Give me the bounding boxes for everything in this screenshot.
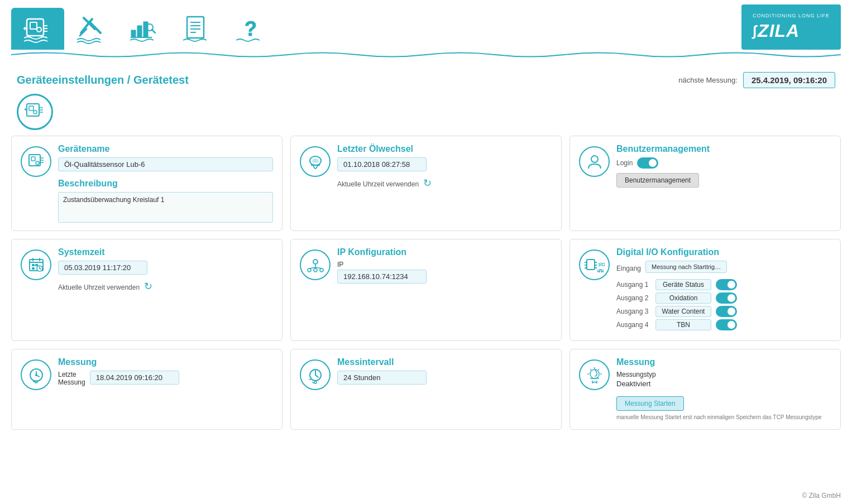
svg-marker-28	[25, 108, 26, 111]
nav-item-help[interactable]: ?	[223, 8, 276, 50]
card-io-content: Digital I/O Konfiguration Eingang Messun…	[616, 247, 831, 333]
svg-point-39	[312, 159, 319, 163]
messintervall-svg	[307, 366, 324, 384]
nav-icons: ?	[11, 8, 276, 50]
main-grid: Gerätename Öl-Qualitätssensor Lub-6 Besc…	[0, 136, 852, 441]
io-toggle-2[interactable]	[716, 306, 737, 317]
device-icon	[22, 13, 53, 44]
io-toggle-0[interactable]	[716, 279, 737, 290]
card-messung2-content: Messung Messungstyp Deaktiviert Messung …	[616, 357, 831, 421]
svg-rect-0	[27, 19, 44, 36]
page-title-area: Geräteeinstellungen / Gerätetest nächste…	[0, 62, 852, 91]
benutzer-title: Benutzermanagement	[616, 144, 831, 154]
svg-rect-33	[31, 157, 35, 161]
eingang-value[interactable]: Messung nach Starttrig…	[645, 261, 727, 273]
io-toggle-1[interactable]	[716, 292, 737, 304]
zila-logo: CONDITIONING LONG LIFE ∫ ZILA	[741, 4, 841, 50]
io-row-label-0: Ausgang 1	[616, 281, 651, 289]
card-ip: IP Konfiguration IP 192.168.10.74:1234	[290, 239, 562, 341]
svg-point-26	[33, 111, 37, 114]
letzte-label: Letzte Messung	[58, 371, 85, 386]
card-messintervall-content: Messintervall 24 Stunden	[337, 357, 552, 387]
svg-point-75	[590, 369, 599, 378]
login-toggle-row: Login	[616, 157, 831, 169]
io-row-value-0[interactable]: Geräte Status	[655, 279, 711, 290]
geraet-svg	[27, 153, 45, 171]
io-icon: I/O	[579, 249, 610, 280]
geraet-icon	[21, 146, 51, 177]
checklist-icon	[181, 13, 212, 44]
messintervall-value[interactable]: 24 Stunden	[337, 371, 427, 385]
svg-rect-1	[30, 22, 37, 29]
svg-rect-59	[587, 260, 595, 270]
device-svg-icon	[25, 102, 46, 123]
messung2-icon	[579, 359, 610, 390]
messung2-svg	[586, 366, 604, 384]
messung-starten-button[interactable]: Messung Starten	[616, 396, 684, 411]
io-svg: I/O	[585, 255, 605, 275]
wave-svg	[11, 50, 841, 60]
logo-text: ZILA	[758, 21, 800, 41]
systemzeit-svg	[27, 256, 45, 274]
messung1-svg	[27, 366, 45, 384]
nav-item-chart[interactable]	[117, 8, 170, 50]
card-benutzermanagement: Benutzermanagement Login Benutzermanagem…	[569, 136, 841, 231]
card-ip-icon-col	[300, 247, 331, 280]
io-row-value-1[interactable]: Oxidation	[655, 292, 711, 304]
card-oelwechsel-icon-col	[300, 144, 331, 177]
copyright: © Zila GmbH	[802, 492, 841, 500]
help-icon: ?	[234, 13, 265, 44]
svg-rect-25	[29, 106, 33, 111]
messung1-date[interactable]: 18.04.2019 09:16:20	[90, 371, 179, 385]
card-oelwechsel-content: Letzter Ölwechsel 01.10.2018 08:27:58 Ak…	[337, 144, 552, 189]
io-row-3: Ausgang 4 TBN	[616, 319, 831, 330]
io-row-label-3: Ausgang 4	[616, 321, 651, 329]
svg-line-78	[598, 369, 599, 370]
svg-rect-46	[32, 264, 35, 266]
card-geraet-content: Gerätename Öl-Qualitätssensor Lub-6 Besc…	[58, 144, 273, 223]
systemzeit-refresh-icon[interactable]: ↻	[144, 280, 152, 292]
beschreibung-value[interactable]: Zustandsüberwachung Kreislauf 1	[58, 192, 273, 223]
oelwechsel-sub-label: Aktuelle Uhrzeit verwenden	[337, 180, 419, 188]
letzte-messung-row: Letzte Messung 18.04.2019 09:16:20	[58, 371, 273, 387]
svg-line-11	[89, 22, 100, 33]
device-circle-icon[interactable]	[17, 94, 53, 130]
login-label: Login	[616, 159, 633, 167]
tools-icon	[75, 13, 106, 44]
login-toggle-switch[interactable]	[637, 157, 658, 169]
svg-point-73	[314, 381, 317, 383]
nav-item-device[interactable]	[11, 8, 64, 50]
card-ip-content: IP Konfiguration IP 192.168.10.74:1234	[337, 247, 552, 286]
next-measurement-label: nächste Messung:	[678, 76, 738, 84]
oelwechsel-title: Letzter Ölwechsel	[337, 144, 552, 154]
ip-value[interactable]: 192.168.10.74:1234	[337, 270, 427, 284]
io-toggle-3[interactable]	[716, 319, 737, 330]
messung-note: manuelle Messung Startet erst nach einma…	[616, 414, 831, 421]
card-benutzer-content: Benutzermanagement Login Benutzermanagem…	[616, 144, 831, 188]
io-row-label-1: Ausgang 2	[616, 294, 651, 302]
header: ? CONDITIONING LONG LIFE ∫ ZILA	[0, 0, 852, 50]
io-row-value-2[interactable]: Water Content	[655, 306, 711, 317]
geraet-name-value[interactable]: Öl-Qualitätssensor Lub-6	[58, 157, 273, 171]
benutzer-button[interactable]: Benutzermanagement	[616, 173, 699, 188]
svg-text:?: ?	[245, 17, 257, 40]
card-systemzeit: Systemzeit 05.03.2019 11:17:20 Aktuelle …	[11, 239, 283, 341]
card-io-icon-col: I/O	[579, 247, 610, 280]
oelwechsel-icon	[300, 146, 331, 177]
io-row-0: Ausgang 1 Geräte Status	[616, 279, 831, 290]
svg-point-52	[313, 260, 318, 264]
svg-point-2	[37, 27, 41, 32]
card-messung1-content: Messung Letzte Messung 18.04.2019 09:16:…	[58, 357, 273, 390]
systemzeit-sub-label: Aktuelle Uhrzeit verwenden	[58, 284, 140, 291]
systemzeit-date[interactable]: 05.03.2019 11:17:20	[58, 261, 147, 275]
nav-item-checklist[interactable]	[170, 8, 223, 50]
wave-decoration	[0, 50, 852, 60]
nav-item-tools[interactable]	[64, 8, 117, 50]
io-row-value-3[interactable]: TBN	[655, 319, 711, 330]
svg-text:I/O: I/O	[599, 262, 605, 267]
messungstyp-label: Messungstyp	[616, 371, 831, 378]
card-messung1-icon-col	[21, 357, 51, 390]
oelwechsel-date[interactable]: 01.10.2018 08:27:58	[337, 157, 427, 171]
oelwechsel-refresh-icon[interactable]: ↻	[423, 177, 432, 189]
svg-rect-47	[35, 264, 38, 266]
